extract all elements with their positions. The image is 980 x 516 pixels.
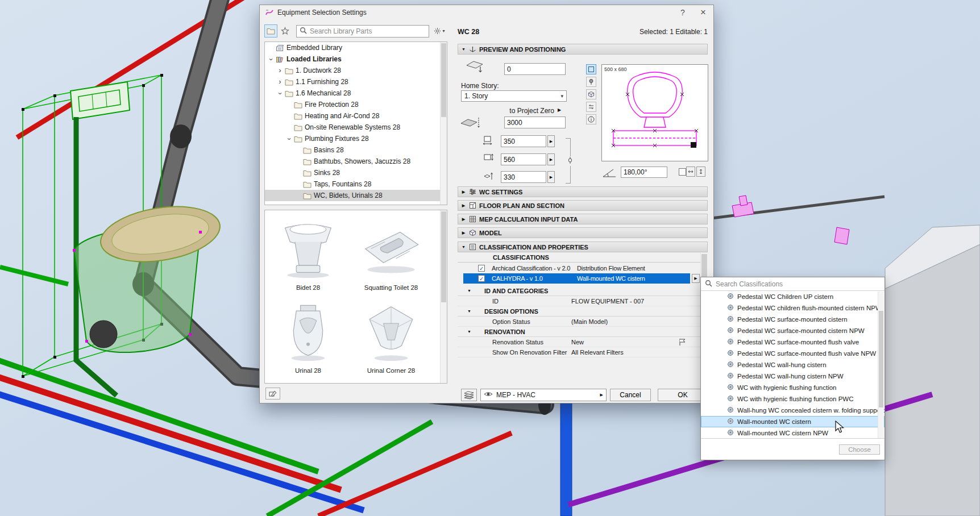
tree-item-heating-and-air-cond-28[interactable]: Heating and Air-Cond 28 [265, 110, 447, 122]
chevron-expanded-icon[interactable]: › [267, 56, 275, 63]
folder-view-button[interactable] [264, 24, 277, 38]
property-row[interactable]: IDFLOW EQUIPMENT - 007 [458, 296, 700, 306]
classification-option[interactable]: Pedestal WC surface-mounted cistern NPW [701, 325, 885, 336]
section-mep-calculation-input-data[interactable]: ▶MEP CALCULATION INPUT DATA [458, 214, 708, 224]
rotation-angle-input[interactable] [621, 167, 667, 178]
tree-item-plumbing-fixtures-28[interactable]: ›Plumbing Fixtures 28 [265, 133, 447, 144]
stretch-handle[interactable] [691, 142, 696, 148]
library-part-urinal-corner[interactable]: Urinal Corner 28 [351, 300, 431, 383]
front-view-button[interactable] [586, 77, 596, 87]
property-row[interactable]: Renovation StatusNew [458, 337, 700, 347]
classification-option[interactable]: WC with hygienic flushing function [701, 382, 885, 393]
flip-horizontal-button[interactable] [686, 167, 695, 177]
thumbnails-scrollbar[interactable] [440, 210, 447, 383]
classification-option[interactable]: Pedestal WC wall-hung cistern NPW [701, 371, 885, 382]
help-button[interactable]: ? [672, 5, 693, 20]
property-row[interactable]: Option Status(Main Model) [458, 317, 700, 327]
classification-row[interactable]: ✓CALHYDRA - v 1.0Wall-mounted WC cistern… [463, 273, 690, 284]
library-part-bidet[interactable]: Bidet 28 [268, 217, 348, 300]
section-classification-and-properties[interactable]: ▼ CLASSIFICATION AND PROPERTIES [458, 242, 708, 252]
library-manager-button[interactable] [265, 388, 280, 400]
choose-button[interactable]: Choose [839, 444, 880, 455]
classification-list-scrollbar[interactable] [878, 292, 884, 438]
project-zero-flyout-button[interactable]: ▶ [558, 107, 561, 113]
classification-option-label: Pedestal WC children flush-mounted ciste… [737, 305, 882, 311]
classification-option[interactable]: Wall-mounted WC cistern NPW [701, 427, 885, 438]
chevron-expanded-icon[interactable]: › [285, 135, 293, 143]
tree-item-1-ductwork-28[interactable]: ›1. Ductwork 28 [265, 65, 447, 76]
tree-item-bathtubs-showers-jacuzzis-28[interactable]: Bathtubs, Showers, Jacuzzis 28 [265, 156, 447, 167]
layer-button[interactable] [461, 389, 477, 401]
property-row[interactable]: Show On Renovation FilterAll Relevant Fi… [458, 347, 700, 357]
dialog-titlebar[interactable]: Equipment Selection Settings ? × [260, 5, 713, 20]
section-preview-and-positioning[interactable]: ▼ PREVIEW AND POSITIONING [458, 44, 708, 55]
plan-view-button[interactable] [586, 64, 596, 74]
classification-option[interactable]: Pedestal WC surface-mounted cistern [701, 314, 885, 325]
dimension-flyout-button[interactable]: ▶ [547, 135, 555, 147]
classification-flyout-button[interactable]: ▶ [692, 274, 700, 283]
home-story-select[interactable]: 1. Story ▾ [461, 90, 567, 102]
library-search-input[interactable] [310, 27, 426, 35]
favorites-button[interactable] [279, 24, 292, 38]
classification-search[interactable] [701, 277, 885, 291]
classification-row[interactable]: ✓Archicad Classification - v 2.0Distribu… [463, 263, 690, 273]
classification-item-icon [727, 418, 734, 426]
dimension-input-3[interactable] [501, 171, 546, 183]
classification-option[interactable]: Wall-hung WC concealed cistern w. foldin… [701, 405, 885, 416]
classification-checkbox[interactable]: ✓ [478, 265, 485, 272]
tree-item-sinks-28[interactable]: Sinks 28 [265, 167, 447, 178]
classification-option[interactable]: Pedestal WC Children UP cistern [701, 291, 885, 302]
section-model[interactable]: ▶MODEL [458, 227, 708, 238]
classification-search-input[interactable] [716, 280, 881, 288]
flip-vertical-button[interactable] [696, 167, 705, 177]
tree-item-taps-fountains-28[interactable]: Taps, Fountains 28 [265, 178, 447, 190]
tree-item-embedded-library[interactable]: Embedded Library [265, 42, 447, 53]
library-part-urinal[interactable]: Urinal 28 [268, 300, 348, 383]
3d-view-button[interactable] [586, 89, 596, 99]
floorplan-icon [469, 202, 476, 209]
chevron-collapsed-icon: ▶ [461, 217, 466, 222]
chain-link-icon[interactable] [567, 156, 573, 166]
dimension-flyout-button[interactable]: ▶ [547, 153, 555, 165]
classification-option[interactable]: Wall-mounted WC cistern [701, 416, 885, 427]
dimension-flyout-button[interactable]: ▶ [547, 171, 555, 183]
chevron-collapsed-icon[interactable]: › [276, 78, 284, 86]
elevation-offset-input[interactable] [504, 63, 566, 75]
equipment-selection-settings-dialog: Equipment Selection Settings ? × [259, 5, 714, 403]
classification-option[interactable]: Pedestal WC wall-hung cistern [701, 359, 885, 371]
section-floor-plan-and-section[interactable]: ▶FLOOR PLAN AND SECTION [458, 200, 708, 211]
absolute-angle-checkbox[interactable] [679, 168, 686, 176]
tree-item-basins-28[interactable]: Basins 28 [265, 144, 447, 156]
library-search[interactable] [296, 25, 429, 38]
tree-item-wc-bidets-urinals-28[interactable]: WC, Bidets, Urinals 28 [265, 190, 447, 201]
project-zero-input[interactable] [504, 116, 566, 128]
close-button[interactable]: × [693, 5, 713, 20]
property-group-renovation[interactable]: ▼RENOVATION [458, 327, 700, 337]
tree-item-fire-protection-28[interactable]: Fire Protection 28 [265, 99, 447, 110]
tree-item-1-6-mechanical-28[interactable]: ›1.6 Mechanical 28 [265, 88, 447, 99]
chevron-collapsed-icon[interactable]: › [276, 67, 284, 74]
section-view-button[interactable] [586, 102, 596, 112]
classification-option[interactable]: WC with hygienic flushing function PWC [701, 393, 885, 405]
classification-checkbox[interactable]: ✓ [478, 275, 485, 282]
classification-option[interactable]: Pedestal WC children flush-mounted ciste… [701, 302, 885, 314]
dimension-input-1[interactable] [501, 135, 546, 147]
section-wc-settings[interactable]: ▶WC SETTINGS [458, 186, 708, 197]
property-group-id-and-categories[interactable]: ▼ID AND CATEGORIES [458, 286, 700, 296]
chevron-expanded-icon[interactable]: › [276, 90, 284, 97]
property-group-design-options[interactable]: ▼DESIGN OPTIONS [458, 306, 700, 317]
cancel-button[interactable]: Cancel [610, 389, 651, 401]
layer-select[interactable]: MEP - HVAC ▶ [480, 389, 607, 401]
2d-preview[interactable]: 500 x 680 [601, 64, 708, 161]
classification-option[interactable]: Pedestal WC surface-mounted flush valve [701, 336, 885, 348]
dimension-input-2[interactable] [501, 153, 546, 165]
library-settings-button[interactable]: ▾ [431, 25, 447, 38]
tree-item-label: Loaded Libraries [285, 55, 342, 63]
info-button[interactable] [586, 114, 596, 124]
tree-item-loaded-libraries[interactable]: ›Loaded Libraries [265, 53, 447, 65]
classification-option[interactable]: Pedestal WC surface-mounted flush valve … [701, 348, 885, 359]
tree-item-1-1-furnishing-28[interactable]: ›1.1 Furnishing 28 [265, 76, 447, 88]
tree-scrollbar[interactable] [440, 42, 447, 205]
tree-item-on-site-renewable-systems-28[interactable]: On-site Renewable Systems 28 [265, 122, 447, 133]
library-part-squatting-toilet[interactable]: Squatting Toilet 28 [351, 217, 431, 300]
